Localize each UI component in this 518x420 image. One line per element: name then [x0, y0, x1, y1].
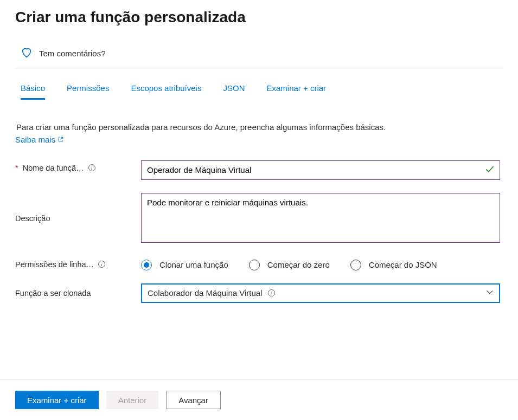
radio-label: Começar do JSON	[369, 260, 437, 269]
intro-text: Para criar uma função personalizada para…	[15, 121, 503, 134]
description-label: Descrição	[15, 214, 141, 223]
review-create-button[interactable]: Examinar + criar	[15, 391, 99, 409]
checkmark-icon	[485, 164, 495, 176]
chevron-down-icon	[486, 288, 494, 298]
role-to-clone-select[interactable]: Colaborador da Máquina Virtual i	[141, 283, 500, 303]
radio-icon	[141, 260, 152, 270]
feedback-text: Tem comentários?	[39, 49, 106, 58]
feedback-link[interactable]: Tem comentários?	[15, 42, 503, 68]
radio-start-json[interactable]: Começar do JSON	[350, 260, 437, 270]
heart-icon	[21, 47, 33, 60]
learn-more-label: Saiba mais	[15, 135, 55, 144]
radio-label: Começar do zero	[267, 260, 330, 269]
tab-json[interactable]: JSON	[223, 83, 245, 100]
tab-bar: Básico Permissões Escopos atribuíveis JS…	[15, 68, 503, 100]
info-icon[interactable]: i	[88, 164, 95, 171]
radio-icon	[249, 260, 260, 270]
learn-more-link[interactable]: Saiba mais	[15, 135, 64, 144]
tab-review[interactable]: Examinar + criar	[266, 83, 326, 100]
radio-label: Clonar uma função	[159, 260, 228, 269]
tab-scopes[interactable]: Escopos atribuíveis	[131, 83, 201, 100]
role-to-clone-label: Função a ser clonada	[15, 289, 141, 298]
info-icon[interactable]: i	[98, 261, 105, 268]
tab-permissions[interactable]: Permissões	[67, 83, 109, 100]
info-icon: i	[268, 289, 275, 296]
radio-start-scratch[interactable]: Começar do zero	[249, 260, 330, 270]
radio-clone-role[interactable]: Clonar uma função	[141, 260, 228, 270]
tab-basic[interactable]: Básico	[21, 83, 45, 100]
baseline-radio-group: Clonar uma função Começar do zero Começa…	[141, 257, 503, 270]
external-link-icon	[57, 135, 64, 144]
radio-icon	[350, 260, 361, 270]
select-value: Colaborador da Máquina Virtual	[148, 288, 263, 298]
page-title: Criar uma função personalizada	[15, 0, 503, 42]
description-input[interactable]: Pode monitorar e reiniciar máquinas virt…	[141, 193, 500, 243]
next-button[interactable]: Avançar	[166, 391, 221, 409]
role-name-label: * Nome da funçã… i	[15, 160, 141, 172]
role-name-input[interactable]	[141, 160, 500, 180]
required-indicator: *	[15, 164, 18, 172]
footer-bar: Examinar + criar Anterior Avançar	[0, 379, 518, 420]
previous-button: Anterior	[106, 391, 159, 409]
baseline-permissions-label: Permissões de linha… i	[15, 259, 141, 269]
